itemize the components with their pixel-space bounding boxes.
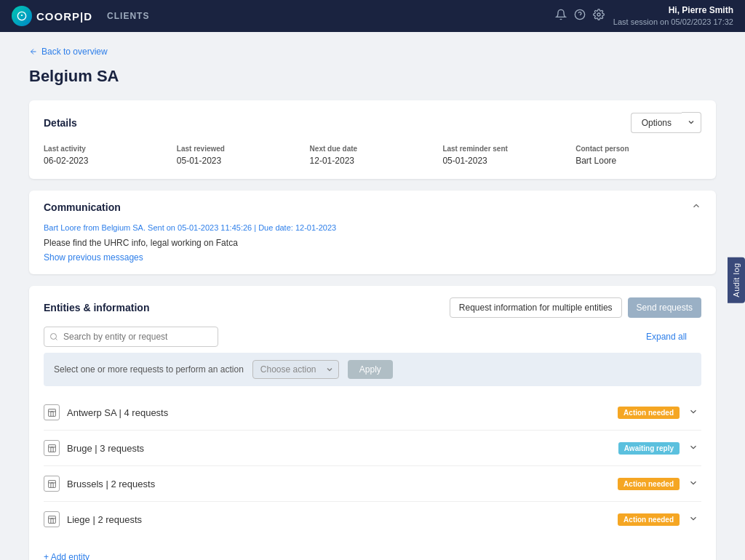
show-previous-link[interactable]: Show previous messages xyxy=(29,252,716,274)
topnav-right: Hi, Pierre Smith Last session on 05/02/2… xyxy=(555,4,733,28)
bell-icon[interactable] xyxy=(555,9,567,23)
user-info: Hi, Pierre Smith Last session on 05/02/2… xyxy=(613,4,733,28)
detail-value: Bart Loore xyxy=(575,156,616,166)
entity-icon xyxy=(44,511,60,527)
action-bar-label: Select one or more requests to perform a… xyxy=(54,364,244,375)
entity-left: Brussels | 2 requests xyxy=(44,476,155,492)
entities-title: Entities & information xyxy=(44,302,149,313)
detail-value: 05-01-2023 xyxy=(177,156,221,166)
svg-rect-6 xyxy=(48,480,55,487)
comm-title: Communication xyxy=(44,201,121,213)
entity-status-badge: Action needed xyxy=(618,513,680,526)
request-multiple-button[interactable]: Request information for multiple entitie… xyxy=(450,297,622,318)
svg-rect-5 xyxy=(48,444,55,452)
entity-icon xyxy=(44,404,60,420)
detail-label: Last reviewed xyxy=(177,145,303,153)
entities-card: Entities & information Request informati… xyxy=(29,286,716,560)
svg-point-3 xyxy=(51,334,57,340)
svg-point-2 xyxy=(597,13,600,16)
action-bar: Select one or more requests to perform a… xyxy=(44,353,701,386)
entity-expand-button[interactable] xyxy=(685,476,701,492)
entity-name: Antwerp SA | 4 requests xyxy=(67,407,168,418)
entity-expand-button[interactable] xyxy=(685,405,701,420)
back-arrow-icon xyxy=(29,47,38,56)
chevron-down-icon xyxy=(688,478,698,488)
details-card: Details Options Last activity06-02-2023L… xyxy=(29,100,716,179)
detail-item: Last reminder sent05-01-2023 xyxy=(442,145,568,166)
detail-item: Contact personBart Loore xyxy=(575,145,701,166)
comm-message: Please find the UHRC info, legal working… xyxy=(29,238,716,252)
search-input[interactable] xyxy=(44,327,218,347)
gear-icon[interactable] xyxy=(593,9,605,23)
logo-text: COORP|D xyxy=(36,10,92,23)
main-content: Back to overview Belgium SA Details Opti… xyxy=(0,32,745,560)
comm-meta: Bart Loore from Belgium SA. Sent on 05-0… xyxy=(29,223,716,238)
comm-collapse-icon[interactable] xyxy=(691,201,701,213)
topnav-left: COORP|D CLIENTS xyxy=(12,6,149,26)
chevron-down-icon xyxy=(688,119,695,126)
chevron-up-icon xyxy=(691,201,701,211)
user-name: Hi, Pierre Smith xyxy=(613,4,733,17)
send-requests-button[interactable]: Send requests xyxy=(628,297,701,318)
back-link-text: Back to overview xyxy=(41,47,108,57)
entity-right: Action needed xyxy=(618,476,701,492)
entity-name: Bruge | 3 requests xyxy=(67,443,144,454)
entity-list: Antwerp SA | 4 requests Action needed Br… xyxy=(29,395,716,544)
nav-clients-label[interactable]: CLIENTS xyxy=(107,11,149,21)
chevron-down-icon xyxy=(688,407,698,417)
action-select[interactable]: Choose action xyxy=(252,360,339,379)
entity-name: Brussels | 2 requests xyxy=(67,479,155,489)
search-icon xyxy=(49,332,58,341)
page-title: Belgium SA xyxy=(29,67,716,86)
comm-header[interactable]: Communication xyxy=(29,191,716,223)
entities-header: Entities & information Request informati… xyxy=(29,286,716,327)
entity-status-badge: Action needed xyxy=(618,478,680,490)
entities-actions: Request information for multiple entitie… xyxy=(450,297,701,318)
entity-building-icon xyxy=(47,515,57,524)
detail-item: Next due date12-01-2023 xyxy=(310,145,436,166)
add-entity-button[interactable]: + Add entity xyxy=(44,552,89,560)
audit-log-tab[interactable]: Audit log xyxy=(728,257,745,303)
entity-building-icon xyxy=(47,479,57,489)
options-dropdown-button[interactable] xyxy=(682,112,701,133)
communication-card: Communication Bart Loore from Belgium SA… xyxy=(29,191,716,274)
back-link[interactable]: Back to overview xyxy=(29,47,716,57)
entity-right: Awaiting reply xyxy=(618,441,701,456)
detail-item: Last reviewed05-01-2023 xyxy=(177,145,303,166)
options-btn-group: Options xyxy=(631,112,701,133)
entity-row: Brussels | 2 requests Action needed xyxy=(44,466,701,502)
user-session: Last session on 05/02/2023 17:32 xyxy=(613,17,733,28)
detail-label: Next due date xyxy=(310,145,436,153)
chevron-down-icon xyxy=(688,513,698,524)
entity-row: Liege | 2 requests Action needed xyxy=(44,502,701,537)
svg-rect-4 xyxy=(48,409,55,416)
apply-button[interactable]: Apply xyxy=(348,360,393,379)
svg-rect-7 xyxy=(48,516,55,523)
detail-label: Last reminder sent xyxy=(442,145,568,153)
entity-row: Antwerp SA | 4 requests Action needed xyxy=(44,395,701,431)
add-entity-section: + Add entity xyxy=(29,544,716,560)
topnav-icons xyxy=(555,9,605,23)
logo-svg xyxy=(15,9,28,23)
detail-item: Last activity06-02-2023 xyxy=(44,145,170,166)
entity-icon xyxy=(44,440,60,456)
entity-left: Antwerp SA | 4 requests xyxy=(44,404,168,420)
entity-right: Action needed xyxy=(618,512,701,527)
entity-right: Action needed xyxy=(618,405,701,420)
logo-icon xyxy=(12,6,32,26)
expand-all-link[interactable]: Expand all xyxy=(646,332,701,342)
topnav: COORP|D CLIENTS Hi, Pierre Smith Last se… xyxy=(0,0,745,32)
details-header: Details Options xyxy=(29,100,716,142)
entity-expand-button[interactable] xyxy=(685,441,701,456)
entity-building-icon xyxy=(47,444,57,453)
audit-log-label: Audit log xyxy=(728,257,745,303)
detail-value: 05-01-2023 xyxy=(442,156,487,166)
options-button[interactable]: Options xyxy=(631,113,682,133)
entity-expand-button[interactable] xyxy=(685,512,701,527)
action-select-wrapper: Choose action xyxy=(252,360,339,379)
entity-status-badge: Awaiting reply xyxy=(618,442,680,455)
entity-name: Liege | 2 requests xyxy=(67,514,142,525)
help-icon[interactable] xyxy=(574,9,586,23)
detail-label: Contact person xyxy=(575,145,701,153)
entity-icon xyxy=(44,476,60,492)
